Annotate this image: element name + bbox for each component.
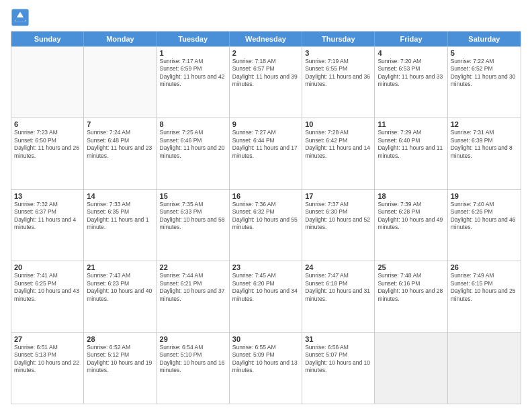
day-cell-21: 21Sunrise: 7:43 AM Sunset: 6:23 PM Dayli… (84, 261, 157, 332)
cell-info: Sunrise: 7:49 AM Sunset: 6:15 PM Dayligh… (451, 272, 518, 303)
day-number: 20 (14, 263, 81, 271)
day-number: 16 (232, 192, 299, 200)
cell-info: Sunrise: 7:27 AM Sunset: 6:44 PM Dayligh… (232, 129, 299, 160)
week-row-3: 13Sunrise: 7:32 AM Sunset: 6:37 PM Dayli… (11, 189, 521, 261)
day-cell-30: 30Sunrise: 6:55 AM Sunset: 5:09 PM Dayli… (230, 333, 302, 404)
day-number: 27 (14, 335, 81, 343)
cell-info: Sunrise: 6:51 AM Sunset: 5:13 PM Dayligh… (14, 344, 81, 375)
day-cell-28: 28Sunrise: 6:52 AM Sunset: 5:12 PM Dayli… (84, 333, 157, 404)
cell-info: Sunrise: 7:18 AM Sunset: 6:57 PM Dayligh… (232, 58, 299, 89)
cell-info: Sunrise: 7:17 AM Sunset: 6:59 PM Dayligh… (160, 58, 226, 89)
day-cell-22: 22Sunrise: 7:44 AM Sunset: 6:21 PM Dayli… (157, 261, 230, 332)
day-number: 19 (451, 192, 518, 200)
cell-info: Sunrise: 7:35 AM Sunset: 6:33 PM Dayligh… (160, 201, 226, 232)
day-header-friday: Friday (375, 32, 447, 46)
day-number: 8 (160, 120, 226, 128)
cell-info: Sunrise: 7:36 AM Sunset: 6:32 PM Dayligh… (232, 201, 299, 232)
header (11, 8, 521, 27)
day-number: 13 (14, 192, 81, 200)
week-row-2: 6Sunrise: 7:23 AM Sunset: 6:50 PM Daylig… (11, 118, 521, 189)
day-number: 30 (232, 335, 299, 343)
cell-info: Sunrise: 7:19 AM Sunset: 6:55 PM Dayligh… (305, 58, 371, 89)
calendar-header: SundayMondayTuesdayWednesdayThursdayFrid… (11, 32, 521, 46)
cell-info: Sunrise: 6:52 AM Sunset: 5:12 PM Dayligh… (87, 344, 153, 375)
week-row-4: 20Sunrise: 7:41 AM Sunset: 6:25 PM Dayli… (11, 261, 521, 332)
day-number: 10 (305, 120, 371, 128)
cell-info: Sunrise: 6:54 AM Sunset: 5:10 PM Dayligh… (160, 344, 226, 375)
cell-info: Sunrise: 7:47 AM Sunset: 6:18 PM Dayligh… (305, 272, 371, 303)
day-number: 22 (160, 263, 226, 271)
day-cell-25: 25Sunrise: 7:48 AM Sunset: 6:16 PM Dayli… (375, 261, 447, 332)
cell-info: Sunrise: 7:20 AM Sunset: 6:53 PM Dayligh… (378, 58, 444, 89)
day-number: 23 (232, 263, 299, 271)
cell-info: Sunrise: 7:25 AM Sunset: 6:46 PM Dayligh… (160, 129, 226, 160)
day-cell-7: 7Sunrise: 7:24 AM Sunset: 6:48 PM Daylig… (84, 118, 157, 189)
day-number: 14 (87, 192, 153, 200)
day-cell-29: 29Sunrise: 6:54 AM Sunset: 5:10 PM Dayli… (157, 333, 230, 404)
day-cell-17: 17Sunrise: 7:37 AM Sunset: 6:30 PM Dayli… (302, 190, 375, 261)
cell-info: Sunrise: 7:33 AM Sunset: 6:35 PM Dayligh… (87, 201, 153, 232)
cell-info: Sunrise: 7:24 AM Sunset: 6:48 PM Dayligh… (87, 129, 153, 160)
day-cell-11: 11Sunrise: 7:29 AM Sunset: 6:40 PM Dayli… (375, 118, 447, 189)
day-number: 11 (378, 120, 444, 128)
day-header-wednesday: Wednesday (230, 32, 302, 46)
day-cell-31: 31Sunrise: 6:56 AM Sunset: 5:07 PM Dayli… (302, 333, 375, 404)
svg-rect-2 (15, 17, 25, 21)
cell-info: Sunrise: 7:28 AM Sunset: 6:42 PM Dayligh… (305, 129, 371, 160)
cell-info: Sunrise: 7:31 AM Sunset: 6:39 PM Dayligh… (451, 129, 518, 160)
week-row-1: 1Sunrise: 7:17 AM Sunset: 6:59 PM Daylig… (11, 46, 521, 118)
calendar: SundayMondayTuesdayWednesdayThursdayFrid… (11, 31, 521, 404)
day-cell-27: 27Sunrise: 6:51 AM Sunset: 5:13 PM Dayli… (11, 333, 84, 404)
day-number: 17 (305, 192, 371, 200)
day-number: 31 (305, 335, 371, 343)
day-number: 21 (87, 263, 153, 271)
day-cell-1: 1Sunrise: 7:17 AM Sunset: 6:59 PM Daylig… (157, 47, 230, 118)
cell-info: Sunrise: 6:56 AM Sunset: 5:07 PM Dayligh… (305, 344, 371, 375)
day-number: 9 (232, 120, 299, 128)
day-number: 25 (378, 263, 444, 271)
day-cell-13: 13Sunrise: 7:32 AM Sunset: 6:37 PM Dayli… (11, 190, 84, 261)
empty-cell (84, 47, 157, 118)
day-number: 5 (451, 49, 518, 57)
cell-info: Sunrise: 7:44 AM Sunset: 6:21 PM Dayligh… (160, 272, 226, 303)
day-cell-23: 23Sunrise: 7:45 AM Sunset: 6:20 PM Dayli… (230, 261, 302, 332)
day-number: 4 (378, 49, 444, 57)
day-number: 3 (305, 49, 371, 57)
empty-cell (448, 333, 521, 404)
cell-info: Sunrise: 7:32 AM Sunset: 6:37 PM Dayligh… (14, 201, 81, 232)
day-header-tuesday: Tuesday (157, 32, 230, 46)
day-cell-14: 14Sunrise: 7:33 AM Sunset: 6:35 PM Dayli… (84, 190, 157, 261)
empty-cell (11, 47, 84, 118)
calendar-body: 1Sunrise: 7:17 AM Sunset: 6:59 PM Daylig… (11, 46, 521, 404)
day-cell-24: 24Sunrise: 7:47 AM Sunset: 6:18 PM Dayli… (302, 261, 375, 332)
day-number: 26 (451, 263, 518, 271)
day-number: 1 (160, 49, 226, 57)
cell-info: Sunrise: 7:37 AM Sunset: 6:30 PM Dayligh… (305, 201, 371, 232)
day-cell-19: 19Sunrise: 7:40 AM Sunset: 6:26 PM Dayli… (448, 190, 521, 261)
cell-info: Sunrise: 6:55 AM Sunset: 5:09 PM Dayligh… (232, 344, 299, 375)
day-cell-12: 12Sunrise: 7:31 AM Sunset: 6:39 PM Dayli… (448, 118, 521, 189)
day-cell-26: 26Sunrise: 7:49 AM Sunset: 6:15 PM Dayli… (448, 261, 521, 332)
day-cell-16: 16Sunrise: 7:36 AM Sunset: 6:32 PM Dayli… (230, 190, 302, 261)
day-number: 7 (87, 120, 153, 128)
day-number: 2 (232, 49, 299, 57)
page: SundayMondayTuesdayWednesdayThursdayFrid… (0, 0, 532, 411)
logo-icon (11, 8, 30, 27)
day-header-thursday: Thursday (302, 32, 375, 46)
cell-info: Sunrise: 7:48 AM Sunset: 6:16 PM Dayligh… (378, 272, 444, 303)
day-header-sunday: Sunday (11, 32, 84, 46)
day-number: 28 (87, 335, 153, 343)
cell-info: Sunrise: 7:23 AM Sunset: 6:50 PM Dayligh… (14, 129, 81, 160)
week-row-5: 27Sunrise: 6:51 AM Sunset: 5:13 PM Dayli… (11, 332, 521, 404)
day-cell-18: 18Sunrise: 7:39 AM Sunset: 6:28 PM Dayli… (375, 190, 447, 261)
day-number: 15 (160, 192, 226, 200)
logo (11, 8, 32, 27)
day-number: 18 (378, 192, 444, 200)
day-cell-15: 15Sunrise: 7:35 AM Sunset: 6:33 PM Dayli… (157, 190, 230, 261)
cell-info: Sunrise: 7:22 AM Sunset: 6:52 PM Dayligh… (451, 58, 518, 89)
day-cell-3: 3Sunrise: 7:19 AM Sunset: 6:55 PM Daylig… (302, 47, 375, 118)
cell-info: Sunrise: 7:41 AM Sunset: 6:25 PM Dayligh… (14, 272, 81, 303)
day-cell-4: 4Sunrise: 7:20 AM Sunset: 6:53 PM Daylig… (375, 47, 447, 118)
cell-info: Sunrise: 7:40 AM Sunset: 6:26 PM Dayligh… (451, 201, 518, 232)
cell-info: Sunrise: 7:45 AM Sunset: 6:20 PM Dayligh… (232, 272, 299, 303)
